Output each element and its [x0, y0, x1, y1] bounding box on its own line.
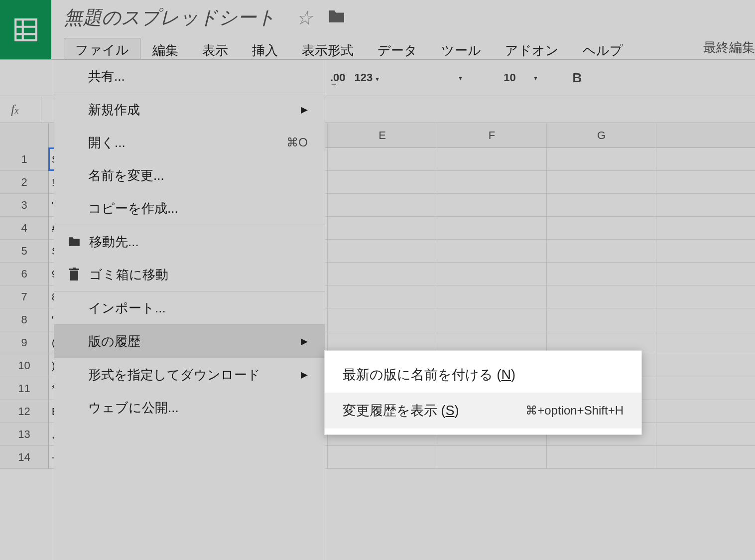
cell[interactable]	[547, 285, 656, 308]
submenu-show-version-history[interactable]: 変更履歴を表示 (S) ⌘+option+Shift+H	[325, 393, 641, 428]
shortcut-label: ⌘O	[286, 136, 308, 149]
menuitem-version-history[interactable]: 版の履歴 ▶	[54, 325, 325, 358]
menu-tools[interactable]: ツール	[429, 38, 493, 63]
cell[interactable]	[547, 308, 656, 331]
doc-title[interactable]: 無題のスプレッドシート	[64, 5, 276, 30]
cell[interactable]	[328, 446, 437, 468]
menuitem-publish[interactable]: ウェブに公開...	[54, 391, 325, 424]
svg-rect-6	[73, 268, 76, 269]
row-header[interactable]: 2	[0, 171, 49, 193]
row-header[interactable]: 6	[0, 263, 49, 285]
submenu-arrow-icon: ▶	[301, 104, 308, 115]
cell[interactable]	[547, 194, 656, 216]
submenu-arrow-icon: ▶	[301, 369, 308, 380]
last-edit-label: 最終編集	[703, 39, 755, 56]
column-header-e[interactable]: E	[328, 123, 437, 148]
svg-rect-0	[15, 19, 36, 40]
row-header[interactable]: 13	[0, 423, 49, 445]
cell[interactable]	[437, 446, 547, 468]
column-header-g[interactable]: G	[547, 123, 656, 148]
cell[interactable]	[328, 263, 437, 285]
menuitem-open[interactable]: 開く... ⌘O	[54, 126, 325, 159]
fx-icon: fx	[11, 102, 41, 117]
title-area: 無題のスプレッドシート ☆ ファイル 編集 表示 挿入 表示形式 データ ツール…	[51, 0, 755, 59]
star-icon[interactable]: ☆	[296, 7, 313, 29]
menuitem-share[interactable]: 共有...	[54, 60, 325, 93]
select-all-corner[interactable]	[0, 123, 49, 148]
menuitem-trash[interactable]: ゴミ箱に移動	[54, 258, 325, 291]
cell[interactable]	[328, 217, 437, 239]
toolbar-number-format[interactable]: .00→ 123 ▾	[330, 71, 379, 84]
menuitem-new[interactable]: 新規作成 ▶	[54, 93, 325, 126]
version-history-submenu: 最新の版に名前を付ける (N) 変更履歴を表示 (S) ⌘+option+Shi…	[324, 350, 642, 435]
row-header[interactable]: 3	[0, 194, 49, 216]
svg-rect-4	[70, 271, 78, 280]
cell[interactable]	[437, 148, 547, 170]
cell[interactable]	[547, 263, 656, 285]
row-header[interactable]: 11	[0, 377, 49, 400]
caret-down-icon: ▾	[459, 74, 462, 82]
folder-icon	[66, 234, 82, 250]
toolbar-bold-button[interactable]: B	[572, 70, 582, 86]
cell[interactable]	[437, 285, 547, 308]
file-menu-dropdown: 共有... 新規作成 ▶ 開く... ⌘O 名前を変更... コピーを作成...…	[54, 59, 325, 560]
row-header[interactable]: 12	[0, 400, 49, 422]
header: 無題のスプレッドシート ☆ ファイル 編集 表示 挿入 表示形式 データ ツール…	[0, 0, 755, 59]
submenu-name-current-version[interactable]: 最新の版に名前を付ける (N)	[325, 357, 641, 393]
menuitem-download-as[interactable]: 形式を指定してダウンロード ▶	[54, 358, 325, 391]
submenu-arrow-icon: ▶	[301, 336, 308, 347]
spreadsheet-icon	[13, 17, 38, 42]
more-formats-button[interactable]: 123 ▾	[355, 71, 379, 84]
shortcut-label: ⌘+option+Shift+H	[525, 404, 624, 418]
row-header[interactable]: 14	[0, 446, 49, 468]
cell[interactable]	[328, 240, 437, 262]
cell[interactable]	[437, 308, 547, 331]
row-header[interactable]: 5	[0, 240, 49, 262]
cell[interactable]	[547, 217, 656, 239]
cell[interactable]	[328, 285, 437, 308]
trash-icon	[66, 267, 82, 282]
menu-data[interactable]: データ	[366, 38, 429, 63]
toolbar-font-dropdown[interactable]: ▾	[459, 74, 462, 82]
column-header-f[interactable]: F	[437, 123, 547, 148]
caret-down-icon: ▾	[376, 75, 379, 83]
cell[interactable]	[437, 194, 547, 216]
cell[interactable]	[547, 240, 656, 262]
cell[interactable]	[328, 148, 437, 170]
row-header[interactable]: 4	[0, 217, 49, 239]
cell[interactable]	[547, 171, 656, 193]
menu-addons[interactable]: アドオン	[493, 38, 571, 63]
toolbar-fontsize-dropdown[interactable]: 10 ▾	[497, 71, 537, 84]
row-header[interactable]: 10	[0, 354, 49, 377]
cell[interactable]	[328, 308, 437, 331]
caret-down-icon: ▾	[534, 74, 537, 82]
row-header[interactable]: 1	[0, 148, 49, 170]
cell[interactable]	[328, 171, 437, 193]
decrease-decimal-icon[interactable]: .00→	[330, 71, 346, 84]
menuitem-import[interactable]: インポート...	[54, 291, 325, 324]
menuitem-move[interactable]: 移動先...	[54, 225, 325, 258]
cell[interactable]	[437, 240, 547, 262]
menu-help[interactable]: ヘルプ	[571, 38, 635, 63]
row-header[interactable]: 9	[0, 331, 49, 354]
menuitem-make-copy[interactable]: コピーを作成...	[54, 192, 325, 225]
cell[interactable]	[547, 148, 656, 170]
cell[interactable]	[328, 194, 437, 216]
row-header[interactable]: 7	[0, 285, 49, 308]
cell[interactable]	[547, 446, 656, 468]
row-header[interactable]: 8	[0, 308, 49, 331]
svg-rect-5	[69, 269, 79, 270]
cell[interactable]	[437, 217, 547, 239]
cell[interactable]	[437, 263, 547, 285]
fontsize-value: 10	[497, 71, 522, 84]
cell[interactable]	[437, 171, 547, 193]
folder-icon[interactable]	[328, 7, 346, 28]
menuitem-rename[interactable]: 名前を変更...	[54, 159, 325, 192]
sheets-logo[interactable]	[0, 0, 51, 59]
